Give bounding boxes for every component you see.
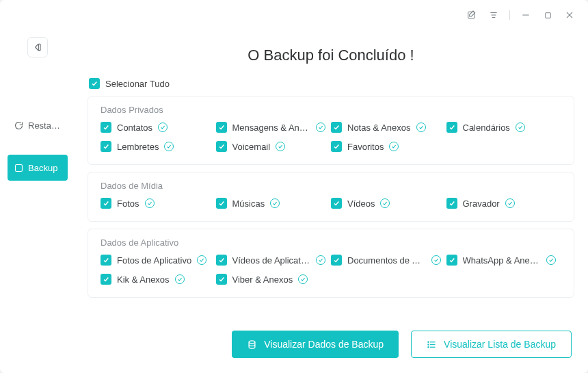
checkbox-icon [331,255,342,266]
checkbox-icon [331,198,342,209]
select-all-label: Selecionar Tudo [105,79,170,89]
checkbox-icon [101,255,111,266]
group-items-row: Fotos de AplicativoVídeos de AplicativoD… [101,255,561,293]
data-item-label: Notas & Anexos [347,123,411,133]
data-item-label: Fotos [117,198,139,209]
nav-label-backup: Backup [28,163,57,173]
data-item[interactable]: Fotos [101,198,216,209]
feedback-icon[interactable] [466,9,478,21]
sidebar: Restau... Backup [0,0,75,373]
data-item-label: Músicas [232,198,265,209]
data-item[interactable]: Calendários [446,122,562,133]
done-icon [505,198,515,208]
data-item[interactable]: Notas & Anexos [331,122,446,133]
svg-point-14 [428,342,429,342]
data-item-label: Vídeos de Aplicativo [232,255,311,266]
data-item[interactable]: Vídeos de Aplicativo [216,255,332,266]
data-item[interactable]: Fotos de Aplicativo [101,255,216,266]
done-icon [298,274,308,284]
done-icon [270,198,280,208]
nav-item-backup[interactable]: Backup [8,155,68,181]
data-item-label: Contatos [117,123,152,133]
data-item[interactable]: Contatos [101,122,216,133]
done-icon [380,198,390,208]
done-icon [516,123,525,132]
checkbox-icon [331,122,342,133]
view-backup-list-button[interactable]: Visualizar Lista de Backup [411,331,572,358]
done-icon [431,255,441,265]
done-icon [389,142,399,151]
app-window: Restau... Backup O Backup foi Concluído … [0,0,588,373]
checkbox-icon [446,122,457,133]
nav-label-restore: Restau... [28,120,62,131]
done-icon [164,142,174,151]
view-backup-data-button[interactable]: Visualizar Dados de Backup [232,331,399,358]
svg-point-10 [249,340,255,343]
main-content: O Backup foi Concluído ! Selecionar Tudo… [75,30,588,373]
list-icon [427,339,437,350]
data-item[interactable]: Kik & Anexos [101,274,216,285]
done-icon [416,123,426,132]
svg-point-16 [428,346,429,347]
data-item[interactable]: Documentos de Apli... [331,255,446,266]
checkbox-icon [89,78,100,89]
group-title: Dados de Mídia [101,181,561,191]
checkbox-icon [446,198,457,209]
select-all-checkbox[interactable]: Selecionar Tudo [88,78,574,89]
data-group: Dados de AplicativoFotos de AplicativoVí… [88,229,574,298]
view-list-label: Visualizar Lista de Backup [444,339,556,350]
data-item-label: Kik & Anexos [117,274,170,285]
group-items-row: FotosMúsicasVídeosGravador [101,198,561,217]
data-item[interactable]: Voicemail [216,141,332,152]
done-icon [316,255,325,265]
menu-icon[interactable] [487,9,500,21]
checkbox-icon [216,122,227,133]
back-button[interactable] [27,37,48,57]
data-item[interactable]: Músicas [216,198,332,209]
data-item-label: Favoritos [347,142,384,152]
data-item-label: Documentos de Apli... [347,255,426,266]
minimize-icon[interactable] [520,9,532,21]
stack-icon [247,339,257,350]
group-title: Dados Privados [101,105,561,115]
checkbox-icon [216,198,227,209]
data-item-label: Mensagens & Anexos [232,123,311,133]
done-icon [197,255,206,265]
done-icon [175,274,185,284]
footer-actions: Visualizar Dados de Backup Visualizar Li… [232,331,572,358]
done-icon [145,198,155,208]
nav-item-restore[interactable]: Restau... [8,112,68,138]
svg-rect-9 [15,164,22,171]
done-icon [276,142,285,151]
view-data-label: Visualizar Dados de Backup [264,339,384,350]
data-item[interactable]: Lembretes [101,141,216,152]
checkbox-icon [101,274,111,285]
close-icon[interactable] [563,9,576,21]
titlebar-separator [509,10,510,20]
done-icon [158,123,168,132]
checkbox-icon [101,122,111,133]
group-items-row: ContatosMensagens & AnexosNotas & Anexos… [101,122,561,160]
checkbox-icon [216,255,227,266]
data-item[interactable]: Mensagens & Anexos [216,122,332,133]
checkbox-icon [101,198,111,209]
backup-icon [13,163,24,173]
data-item[interactable]: Gravador [446,198,562,209]
data-item[interactable]: Favoritos [331,141,446,152]
page-title: O Backup foi Concluído ! [88,47,574,64]
data-item-label: WhatsApp & Anexos [463,255,542,266]
data-item-label: Vídeos [347,198,375,209]
data-item[interactable]: Vídeos [331,198,446,209]
checkbox-icon [331,141,342,152]
data-item[interactable]: WhatsApp & Anexos [446,255,562,266]
checkbox-icon [446,255,457,266]
svg-rect-5 [545,12,550,18]
data-item-label: Fotos de Aplicativo [117,255,191,266]
checkbox-icon [216,274,227,285]
data-group: Dados de MídiaFotosMúsicasVídeosGravador [88,172,574,222]
data-item-label: Calendários [463,123,510,133]
svg-point-15 [428,344,429,344]
data-item-label: Gravador [463,198,500,209]
maximize-icon[interactable] [542,9,554,21]
data-item[interactable]: Viber & Anexos [216,274,332,285]
